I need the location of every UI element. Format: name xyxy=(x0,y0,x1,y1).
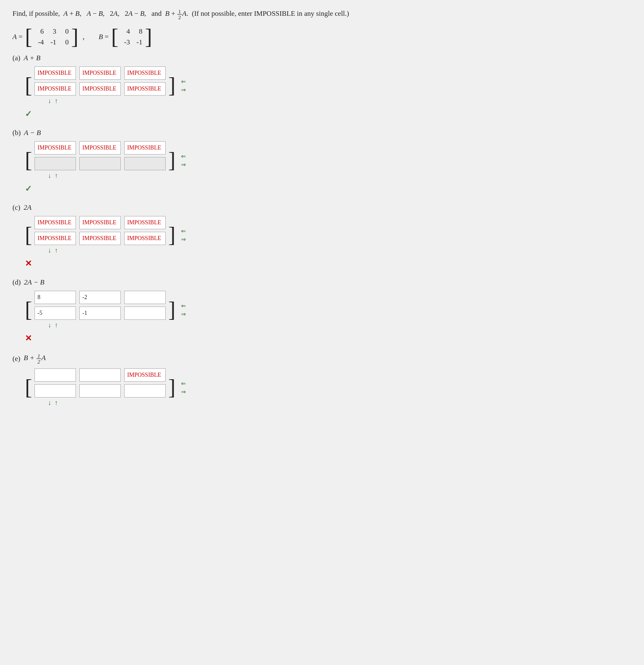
part-d-label: (d) 2A − B xyxy=(12,278,632,287)
part-a-up-arrow[interactable]: ↑ xyxy=(54,97,59,105)
a-r1c1: 6 xyxy=(35,27,44,36)
part-a-matrix: ↓ ↑ xyxy=(34,66,166,105)
part-d-left-arrow[interactable]: ⇐ xyxy=(180,302,187,309)
a-r1c3: 0 xyxy=(60,27,69,36)
part-d-row1 xyxy=(34,291,166,304)
part-d-r2c3[interactable] xyxy=(124,307,166,320)
part-c-rows xyxy=(34,216,166,245)
part-a-right-arrow[interactable]: ⇒ xyxy=(180,86,187,93)
part-b-right-arrow[interactable]: ⇒ xyxy=(180,161,187,168)
part-c-bracket-right: ] xyxy=(168,226,175,245)
a-r2c1: -4 xyxy=(35,38,44,47)
part-c-bracket-left: [ xyxy=(25,226,32,245)
part-c-right-arrow[interactable]: ⇒ xyxy=(180,236,187,243)
part-e-matrix-container: [ ↓ ↑ ] ⇐ ⇒ xyxy=(25,368,632,407)
part-e-id: (e) xyxy=(12,355,20,363)
part-a-block: (a) A + B [ ↓ ↑ ] xyxy=(12,54,632,119)
part-a-r2c1[interactable] xyxy=(34,82,76,96)
part-a-r1c2[interactable] xyxy=(79,66,121,80)
part-d-right-arrow[interactable]: ⇒ xyxy=(180,310,187,318)
part-d-r2c2[interactable] xyxy=(79,307,121,320)
part-a-expr: A + B xyxy=(24,54,40,62)
part-a-r2c3[interactable] xyxy=(124,82,166,96)
part-b-left-arrow[interactable]: ⇐ xyxy=(180,152,187,160)
part-b-row-arrows: ⇐ ⇒ xyxy=(180,152,187,168)
part-d-id: (d) xyxy=(12,278,21,287)
part-c-r2c3[interactable] xyxy=(124,232,166,245)
part-d-status: ✕ xyxy=(25,333,632,343)
part-b-status: ✓ xyxy=(25,184,632,194)
part-c-r2c2[interactable] xyxy=(79,232,121,245)
part-e-r2c2[interactable] xyxy=(79,384,121,398)
part-d-r2c1[interactable] xyxy=(34,307,76,320)
part-b-expr: A − B xyxy=(24,129,41,137)
matrix-b-values: 4 8 -3 -1 xyxy=(121,27,142,47)
part-c-up-arrow[interactable]: ↑ xyxy=(54,247,59,254)
part-e-row-arrows: ⇐ ⇒ xyxy=(180,380,187,395)
matrices-definition: A = [ 6 3 0 -4 -1 0 ] , B = [ xyxy=(12,27,632,47)
part-b-r2c1[interactable] xyxy=(34,157,76,170)
part-a-r2c2[interactable] xyxy=(79,82,121,96)
part-e-up-arrow[interactable]: ↑ xyxy=(54,399,59,407)
part-c-row2 xyxy=(34,232,166,245)
part-d-r1c3[interactable] xyxy=(124,291,166,304)
part-b-matrix: ↓ ↑ xyxy=(34,141,166,179)
a-r1c2: 3 xyxy=(47,27,56,36)
part-e-left-arrow[interactable]: ⇐ xyxy=(180,380,187,387)
part-c-status: ✕ xyxy=(25,258,632,268)
part-d-rows xyxy=(34,291,166,320)
matrix-a-row1: 6 3 0 xyxy=(35,27,69,36)
part-c-cross: ✕ xyxy=(25,259,32,268)
part-e-matrix: ↓ ↑ xyxy=(34,368,166,407)
part-c-down-arrow[interactable]: ↓ xyxy=(47,247,52,254)
part-b-r1c1[interactable] xyxy=(34,141,76,155)
part-a-r1c3[interactable] xyxy=(124,66,166,80)
part-e-r1c3[interactable] xyxy=(124,368,166,382)
part-c-r1c2[interactable] xyxy=(79,216,121,229)
part-b-r2c2[interactable] xyxy=(79,157,121,170)
b-r1c2: 8 xyxy=(133,27,142,36)
part-c-left-arrow[interactable]: ⇐ xyxy=(180,227,187,235)
part-d-row2 xyxy=(34,307,166,320)
part-b-row1 xyxy=(34,141,166,155)
part-e-bracket-left: [ xyxy=(25,378,32,398)
part-d-cross: ✕ xyxy=(25,334,32,343)
part-b-r2c3[interactable] xyxy=(124,157,166,170)
part-e-r1c2[interactable] xyxy=(79,368,121,382)
part-d-up-arrow[interactable]: ↑ xyxy=(54,321,59,329)
part-d-expr: 2A − B xyxy=(24,278,44,287)
part-c-block: (c) 2A [ ↓ ↑ ] xyxy=(12,204,632,268)
part-b-r1c2[interactable] xyxy=(79,141,121,155)
part-a-left-arrow[interactable]: ⇐ xyxy=(180,78,187,85)
part-e-rows xyxy=(34,368,166,398)
part-d-r1c1[interactable] xyxy=(34,291,76,304)
part-b-r1c3[interactable] xyxy=(124,141,166,155)
part-e-r1c1[interactable] xyxy=(34,368,76,382)
part-e-down-arrow[interactable]: ↓ xyxy=(47,399,52,407)
part-a-bracket-left: [ xyxy=(25,76,32,96)
part-d-down-arrow[interactable]: ↓ xyxy=(47,321,52,329)
part-c-r2c1[interactable] xyxy=(34,232,76,245)
part-e-r2c1[interactable] xyxy=(34,384,76,398)
part-d-block: (d) 2A − B [ ↓ ↑ ] xyxy=(12,278,632,343)
part-c-id: (c) xyxy=(12,204,20,212)
part-b-up-arrow[interactable]: ↑ xyxy=(54,172,59,179)
b-r2c1: -3 xyxy=(121,38,130,47)
part-d-r1c2[interactable] xyxy=(79,291,121,304)
part-e-expr: B + 12A xyxy=(24,353,46,364)
part-a-down-arrow[interactable]: ↓ xyxy=(47,97,52,105)
part-b-col-arrows: ↓ ↑ xyxy=(47,172,166,179)
part-d-row-arrows: ⇐ ⇒ xyxy=(180,302,187,318)
part-a-r1c1[interactable] xyxy=(34,66,76,80)
part-c-r1c3[interactable] xyxy=(124,216,166,229)
part-b-down-arrow[interactable]: ↓ xyxy=(47,172,52,179)
problem-text: Find, if possible, A + B, A − B, 2A, 2A … xyxy=(12,8,632,20)
part-e-r2c3[interactable] xyxy=(124,384,166,398)
part-e-right-arrow[interactable]: ⇒ xyxy=(180,388,187,395)
part-d-matrix: ↓ ↑ xyxy=(34,291,166,329)
part-a-status: ✓ xyxy=(25,109,632,119)
matrix-b-row1: 4 8 xyxy=(121,27,142,36)
matrix-b-row2: -3 -1 xyxy=(121,38,142,47)
part-b-id: (b) xyxy=(12,129,21,137)
part-c-r1c1[interactable] xyxy=(34,216,76,229)
